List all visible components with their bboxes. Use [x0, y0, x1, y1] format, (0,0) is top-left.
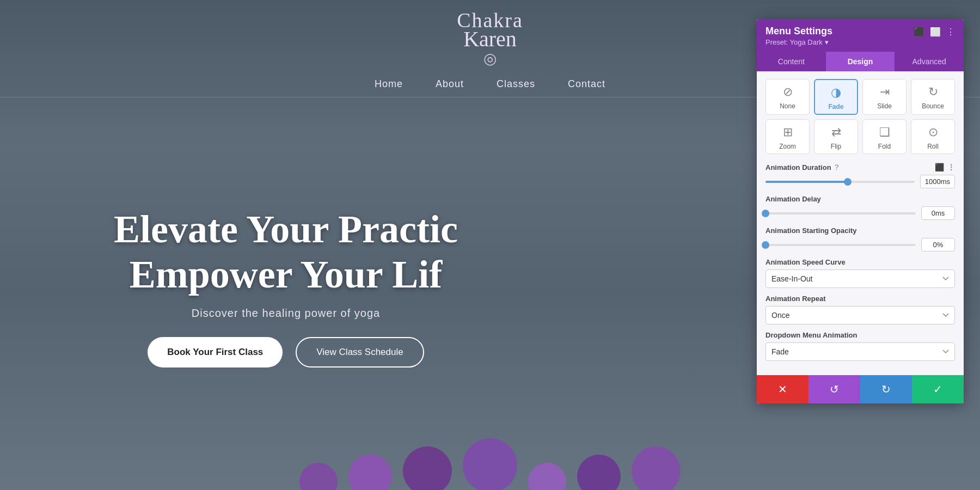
animation-delay-value[interactable]: 0ms [921, 206, 955, 220]
anim-flip[interactable]: ⇄ Flip [814, 119, 858, 154]
panel-preset[interactable]: Preset: Yoga Dark ▾ [765, 38, 832, 46]
dropdown-menu-animation-select[interactable]: Fade Slide None [765, 342, 955, 361]
animation-duration-thumb[interactable] [844, 178, 852, 186]
anim-flip-icon: ⇄ [831, 125, 841, 139]
anim-slide-icon: ⇥ [880, 85, 890, 99]
anim-fade[interactable]: ◑ Fade [814, 79, 858, 115]
bottom-circles-decoration [0, 446, 980, 490]
hero-title: Elevate Your Practic Empower Your Lif [0, 207, 572, 297]
anim-roll[interactable]: ⊙ Roll [911, 119, 955, 154]
animation-speed-curve-select[interactable]: Ease-In-Out Ease-In Ease-Out Linear [765, 270, 955, 288]
anim-fade-label: Fade [828, 103, 843, 111]
animation-speed-curve-label: Animation Speed Curve [765, 258, 955, 266]
animation-delay-track[interactable] [765, 212, 916, 215]
panel-header-left: Menu Settings Preset: Yoga Dark ▾ [765, 26, 832, 46]
anim-fade-icon: ◑ [831, 85, 841, 100]
animation-opacity-value[interactable]: 0% [921, 238, 955, 252]
cancel-button[interactable]: ✕ [757, 375, 808, 403]
animation-duration-label: Animation Duration ? ⬛ ⋮ [765, 163, 955, 171]
nav-item-classes[interactable]: Classes [497, 78, 535, 90]
expand-icon[interactable]: ⬛ [914, 27, 924, 37]
nav-links: Home About Classes Contact [375, 78, 605, 90]
book-first-class-button[interactable]: Book Your First Class [148, 337, 283, 367]
anim-bounce[interactable]: ↻ Bounce [911, 79, 955, 115]
anim-bounce-label: Bounce [922, 102, 944, 110]
animation-opacity-label: Animation Starting Opacity [765, 226, 955, 235]
anim-none-icon: ⊘ [783, 85, 793, 99]
anim-roll-label: Roll [927, 143, 939, 150]
animation-speed-curve-row: Ease-In-Out Ease-In Ease-Out Linear [765, 270, 955, 288]
nav-item-contact[interactable]: Contact [568, 78, 605, 90]
anim-zoom-icon: ⊞ [783, 125, 793, 139]
animation-opacity-track[interactable] [765, 244, 916, 246]
panel-actions: ✕ ↺ ↻ ✓ [757, 375, 964, 403]
circle-5 [528, 463, 566, 490]
animation-duration-fill [765, 181, 848, 183]
circle-1 [299, 463, 338, 490]
duration-help-icon[interactable]: ? [835, 163, 840, 171]
site-logo: Chakra Karen ◎ [457, 10, 523, 68]
nav-item-about[interactable]: About [436, 78, 464, 90]
save-button[interactable]: ✓ [912, 375, 964, 403]
animation-repeat-label: Animation Repeat [765, 295, 955, 303]
animation-types-grid: ⊘ None ◑ Fade ⇥ Slide ↻ Bounce ⊞ Zoom ⇄ … [765, 79, 955, 154]
panel-header: Menu Settings Preset: Yoga Dark ▾ ⬛ ⬜ ⋮ [757, 19, 964, 52]
animation-duration-value[interactable]: 1000ms [920, 175, 955, 188]
tab-design[interactable]: Design [826, 52, 895, 71]
panel-body: ⊘ None ◑ Fade ⇥ Slide ↻ Bounce ⊞ Zoom ⇄ … [757, 71, 964, 375]
settings-panel: Menu Settings Preset: Yoga Dark ▾ ⬛ ⬜ ⋮ … [757, 19, 964, 403]
panel-tabs: Content Design Advanced [757, 52, 964, 71]
anim-zoom-label: Zoom [779, 143, 796, 150]
anim-slide-label: Slide [877, 102, 892, 110]
hero-title-line1: Elevate Your Practic [0, 207, 572, 252]
anim-fold[interactable]: ❑ Fold [862, 119, 906, 154]
animation-repeat-select[interactable]: Once Loop Loop - Stop on Last [765, 306, 955, 324]
logo-symbol-icon: ◎ [483, 50, 497, 68]
hero-subtitle: Discover the healing power of yoga [0, 307, 572, 320]
dropdown-menu-animation-label: Dropdown Menu Animation [765, 331, 955, 339]
more-options-icon[interactable]: ⋮ [946, 27, 955, 37]
circle-3 [403, 446, 452, 490]
undo-button[interactable]: ↺ [808, 375, 860, 403]
anim-bounce-icon: ↻ [928, 85, 938, 99]
hero-content: Elevate Your Practic Empower Your Lif Di… [0, 207, 572, 367]
circle-4 [463, 438, 517, 490]
animation-delay-slider-row: 0ms [765, 206, 955, 220]
circle-6 [577, 455, 621, 490]
anim-none[interactable]: ⊘ None [765, 79, 810, 115]
view-class-schedule-button[interactable]: View Class Schedule [296, 337, 424, 367]
animation-delay-thumb[interactable] [762, 210, 769, 217]
animation-delay-label: Animation Delay [765, 195, 955, 203]
circle-2 [348, 455, 392, 490]
circle-7 [632, 446, 681, 490]
anim-slide[interactable]: ⇥ Slide [862, 79, 906, 115]
animation-repeat-row: Once Loop Loop - Stop on Last [765, 306, 955, 324]
nav-item-home[interactable]: Home [375, 78, 403, 90]
anim-fold-label: Fold [878, 143, 891, 150]
hero-buttons: Book Your First Class View Class Schedul… [0, 337, 572, 367]
anim-roll-icon: ⊙ [928, 125, 938, 139]
animation-duration-track[interactable] [765, 181, 915, 183]
animation-opacity-slider-row: 0% [765, 238, 955, 252]
duration-more-icon[interactable]: ⋮ [947, 163, 955, 171]
columns-icon[interactable]: ⬜ [930, 27, 941, 37]
duration-reset-icon[interactable]: ⬛ [935, 163, 944, 171]
animation-duration-slider-row: 1000ms [765, 175, 955, 188]
tab-advanced[interactable]: Advanced [895, 52, 964, 71]
panel-header-icons: ⬛ ⬜ ⋮ [914, 27, 955, 37]
animation-opacity-thumb[interactable] [762, 241, 769, 249]
preset-chevron-icon: ▾ [825, 38, 829, 46]
anim-zoom[interactable]: ⊞ Zoom [765, 119, 810, 154]
duration-controls: ⬛ ⋮ [935, 163, 955, 171]
panel-title: Menu Settings [765, 26, 832, 37]
dropdown-menu-animation-row: Fade Slide None [765, 342, 955, 361]
redo-button[interactable]: ↻ [860, 375, 912, 403]
logo-karen-text: Karen [463, 26, 517, 52]
anim-flip-label: Flip [831, 143, 841, 150]
anim-fold-icon: ❑ [879, 125, 890, 139]
anim-none-label: None [780, 102, 795, 110]
tab-content[interactable]: Content [757, 52, 826, 71]
hero-title-line2: Empower Your Lif [0, 252, 572, 297]
